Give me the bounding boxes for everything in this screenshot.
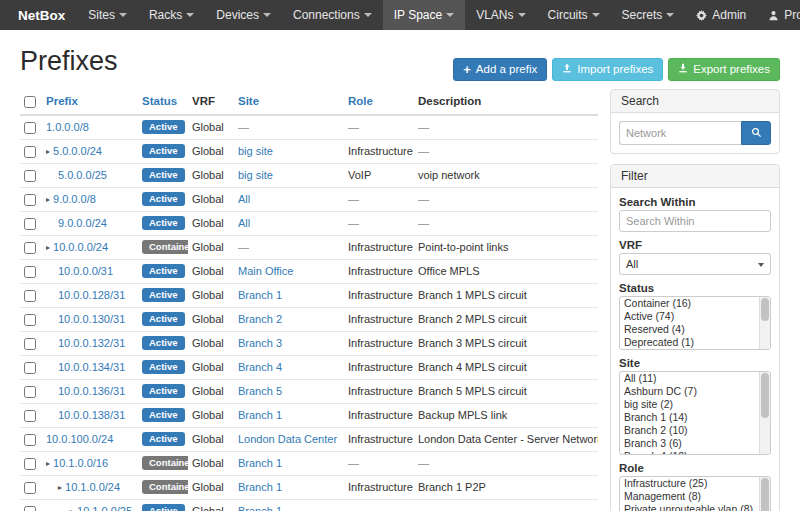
site-link[interactable]: Branch 2	[238, 313, 282, 325]
nav-item-circuits[interactable]: Circuits	[537, 0, 611, 30]
row-checkbox[interactable]	[24, 290, 36, 302]
listbox-option[interactable]: big site (2)	[620, 398, 759, 411]
site-link[interactable]: Branch 5	[238, 385, 282, 397]
listbox-option[interactable]: Management (8)	[620, 490, 759, 503]
table-row: ▸10.0.0.0/24ContainerGlobal—Infrastructu…	[20, 235, 598, 259]
listbox-option[interactable]: Reserved (4)	[620, 323, 759, 336]
column-header-status[interactable]: Status	[138, 89, 188, 115]
prefix-link[interactable]: 9.0.0.0/24	[58, 217, 107, 229]
site-link[interactable]: Branch 1	[238, 481, 282, 493]
listbox-option[interactable]: Ashburn DC (7)	[620, 385, 759, 398]
prefix-link[interactable]: 5.0.0.0/25	[58, 169, 107, 181]
nav-item-sites[interactable]: Sites	[77, 0, 138, 30]
site-cell: Branch 2	[234, 307, 344, 331]
nav-item-secrets[interactable]: Secrets	[611, 0, 686, 30]
add-prefix-button[interactable]: + Add a prefix	[453, 58, 547, 81]
row-checkbox[interactable]	[24, 218, 36, 230]
site-link[interactable]: Branch 4	[238, 361, 282, 373]
prefix-link[interactable]: 10.0.0.0/24	[53, 241, 108, 253]
prefix-link[interactable]: 10.1.0.0/25	[77, 505, 132, 511]
nav-item-ip-space[interactable]: IP Space	[383, 0, 465, 30]
search-button[interactable]	[741, 121, 771, 145]
listbox-option[interactable]: Branch 1 (14)	[620, 411, 759, 424]
nav-item-connections[interactable]: Connections	[282, 0, 383, 30]
listbox-option[interactable]: Private unrouteable vlan (8)	[620, 503, 759, 511]
app-brand[interactable]: NetBox	[6, 0, 77, 30]
column-header-prefix[interactable]: Prefix	[42, 89, 138, 115]
description-cell: Branch 2 MPLS circuit	[414, 307, 598, 331]
site-link[interactable]: All	[238, 217, 250, 229]
checkbox-cell	[20, 403, 42, 427]
prefix-link[interactable]: 10.1.0.0/24	[65, 481, 120, 493]
search-within-input[interactable]	[619, 210, 771, 232]
prefix-link[interactable]: 10.1.0.0/16	[53, 457, 108, 469]
role-listbox[interactable]: Infrastructure (25)Management (8)Private…	[619, 476, 771, 511]
row-checkbox[interactable]	[24, 314, 36, 326]
row-checkbox[interactable]	[24, 122, 36, 134]
scrollbar[interactable]	[759, 297, 770, 349]
row-checkbox[interactable]	[24, 194, 36, 206]
listbox-option[interactable]: Active (74)	[620, 310, 759, 323]
row-checkbox[interactable]	[24, 482, 36, 494]
prefix-link[interactable]: 10.0.0.132/31	[58, 337, 125, 349]
listbox-option[interactable]: Branch 3 (6)	[620, 437, 759, 450]
column-header-site[interactable]: Site	[234, 89, 344, 115]
site-link[interactable]: Branch 3	[238, 337, 282, 349]
site-listbox[interactable]: All (11)Ashburn DC (7)big site (2)Branch…	[619, 371, 771, 455]
column-header-role[interactable]: Role	[344, 89, 414, 115]
export-prefixes-button[interactable]: Export prefixes	[668, 58, 780, 81]
row-checkbox[interactable]	[24, 338, 36, 350]
prefix-link[interactable]: 10.0.0.130/31	[58, 313, 125, 325]
role-cell: VoIP	[344, 163, 414, 187]
nav-item-devices[interactable]: Devices	[205, 0, 282, 30]
vrf-select[interactable]: All	[619, 253, 771, 275]
site-link[interactable]: Branch 1	[238, 505, 282, 511]
row-checkbox[interactable]	[24, 266, 36, 278]
scrollbar[interactable]	[759, 372, 770, 454]
prefix-link[interactable]: 1.0.0.0/8	[46, 121, 89, 133]
site-link[interactable]: Branch 1	[238, 457, 282, 469]
site-link[interactable]: Main Office	[238, 265, 293, 277]
nav-item-profile[interactable]: Profile	[757, 0, 800, 30]
prefix-link[interactable]: 10.0.0.136/31	[58, 385, 125, 397]
site-link[interactable]: London Data Center	[238, 433, 337, 445]
listbox-option[interactable]: All (11)	[620, 372, 759, 385]
row-checkbox[interactable]	[24, 146, 36, 158]
nav-item-racks[interactable]: Racks	[138, 0, 205, 30]
row-checkbox[interactable]	[24, 506, 36, 511]
nav-item-vlans[interactable]: VLANs	[465, 0, 536, 30]
site-cell: Branch 1	[234, 451, 344, 475]
row-checkbox[interactable]	[24, 362, 36, 374]
site-link[interactable]: All	[238, 193, 250, 205]
row-checkbox[interactable]	[24, 170, 36, 182]
row-checkbox[interactable]	[24, 386, 36, 398]
nav-item-admin[interactable]: Admin	[685, 0, 757, 30]
import-prefixes-button[interactable]: Import prefixes	[552, 58, 663, 81]
site-link[interactable]: big site	[238, 145, 273, 157]
scrollbar[interactable]	[759, 477, 770, 511]
select-all-checkbox[interactable]	[24, 96, 36, 108]
listbox-option[interactable]: Branch 2 (10)	[620, 424, 759, 437]
prefix-link[interactable]: 10.0.0.0/31	[58, 265, 113, 277]
row-checkbox[interactable]	[24, 434, 36, 446]
row-checkbox[interactable]	[24, 410, 36, 422]
listbox-option[interactable]: Deprecated (1)	[620, 336, 759, 349]
site-link[interactable]: Branch 1	[238, 289, 282, 301]
listbox-option[interactable]: Infrastructure (25)	[620, 477, 759, 490]
prefix-link[interactable]: 10.0.0.138/31	[58, 409, 125, 421]
role-cell: —	[344, 115, 414, 140]
prefix-link[interactable]: 10.0.0.134/31	[58, 361, 125, 373]
search-input[interactable]	[619, 121, 741, 145]
row-checkbox[interactable]	[24, 242, 36, 254]
table-row: ▸5.0.0.0/24ActiveGlobalbig siteInfrastru…	[20, 139, 598, 163]
prefix-link[interactable]: 9.0.0.0/8	[53, 193, 96, 205]
listbox-option[interactable]: Branch 4 (12)	[620, 450, 759, 455]
site-link[interactable]: big site	[238, 169, 273, 181]
prefix-link[interactable]: 10.0.0.128/31	[58, 289, 125, 301]
site-link[interactable]: Branch 1	[238, 409, 282, 421]
listbox-option[interactable]: Container (16)	[620, 297, 759, 310]
prefix-link[interactable]: 10.0.100.0/24	[46, 433, 113, 445]
prefix-link[interactable]: 5.0.0.0/24	[53, 145, 102, 157]
status-listbox[interactable]: Container (16)Active (74)Reserved (4)Dep…	[619, 296, 771, 350]
row-checkbox[interactable]	[24, 458, 36, 470]
